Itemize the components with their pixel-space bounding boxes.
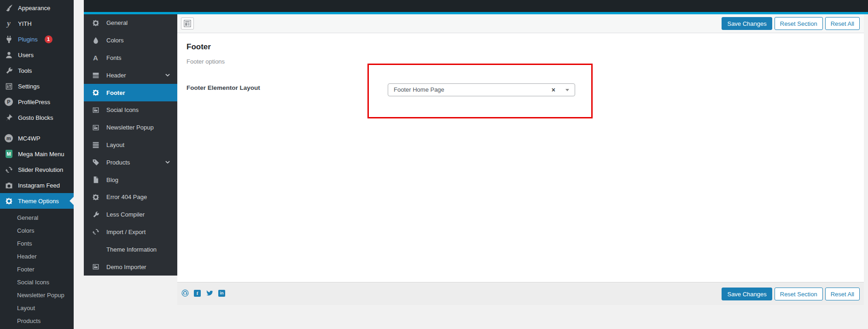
options-menu-label: Theme Information (106, 246, 157, 253)
sidebar-item-label: Plugins (18, 36, 38, 43)
chevron-down-icon (164, 72, 171, 78)
gear-icon (92, 89, 99, 97)
submenu-item-products[interactable]: Products (0, 315, 74, 328)
options-menu-label: Demo Importer (106, 264, 146, 270)
options-menu-label: Import / Export (106, 229, 146, 235)
tag-icon (92, 159, 99, 166)
window-icon (92, 263, 99, 271)
sidebar-item-label: Gosto Blocks (18, 114, 53, 121)
facebook-icon[interactable]: f (194, 290, 201, 297)
reset-section-button[interactable]: Reset Section (775, 17, 823, 30)
options-menu-layout[interactable]: Layout (84, 136, 177, 154)
sidebar-item-users[interactable]: Users (0, 47, 74, 63)
submenu-item-general[interactable]: General (0, 212, 74, 224)
font-icon: A (92, 54, 99, 62)
selected-value: Footer Home Page (388, 84, 575, 96)
options-menu-header[interactable]: Header (84, 66, 177, 84)
sidebar-item-label: Users (18, 52, 34, 59)
sidebar-item-instagram-feed[interactable]: Instagram Feed (0, 177, 74, 193)
top-bar (84, 0, 868, 12)
wrench-icon (92, 211, 99, 218)
sidebar-item-mc4wp[interactable]: m MC4WP (0, 130, 74, 146)
options-menu-social-icons[interactable]: Social Icons (84, 101, 177, 119)
sidebar-item-settings[interactable]: Settings (0, 78, 74, 94)
options-menu-label: Less Compiler (106, 211, 145, 218)
sidebar-item-gosto-blocks[interactable]: Gosto Blocks (0, 110, 74, 125)
current-menu-arrow (70, 197, 74, 205)
submenu-item-fonts[interactable]: Fonts (0, 237, 74, 250)
sync-icon (92, 228, 99, 236)
sidebar-item-appearance[interactable]: Appearance (0, 0, 74, 16)
sidebar-item-profilepress[interactable]: P ProfilePress (0, 94, 74, 110)
sidebar-item-label: Settings (18, 83, 40, 90)
sidebar-item-yith[interactable]: y YITH (0, 16, 74, 31)
expand-options-button[interactable] (181, 18, 194, 29)
mc4wp-icon: m (4, 134, 13, 143)
submenu-item-social-icons[interactable]: Social Icons (0, 276, 74, 289)
sidebar-item-tools[interactable]: Tools (0, 63, 74, 78)
sidebar-item-label: ProfilePress (18, 99, 50, 106)
options-menu-colors[interactable]: Colors (84, 32, 177, 49)
submenu-item-header[interactable]: Header (0, 250, 74, 263)
sidebar-item-slider-revolution[interactable]: Slider Revolution (0, 162, 74, 177)
toolbar-buttons-bottom: Save Changes Reset Section Reset All (722, 288, 860, 300)
submenu-item-newsletter-popup[interactable]: Newsletter Popup (0, 289, 74, 302)
submenu-item-layout[interactable]: Layout (0, 302, 74, 315)
options-menu-general[interactable]: General (84, 14, 177, 32)
options-menu-footer[interactable]: Footer (84, 84, 177, 101)
toolbar-buttons-top: Save Changes Reset Section Reset All (722, 17, 860, 30)
submenu-item-footer[interactable]: Footer (0, 263, 74, 276)
options-menu-label: Header (106, 72, 126, 79)
options-menu-label: Products (106, 159, 130, 166)
options-menu-products[interactable]: Products (84, 153, 177, 171)
slider-revolution-icon (4, 165, 13, 174)
linkedin-icon[interactable]: in (218, 290, 225, 297)
options-menu-error-404[interactable]: Error 404 Page (84, 188, 177, 206)
options-menu-demo-importer[interactable]: Demo Importer (84, 258, 177, 276)
droplet-icon (92, 36, 99, 44)
reset-section-button[interactable]: Reset Section (775, 288, 823, 300)
sidebar-item-label: Appearance (18, 5, 50, 12)
options-menu-label: Colors (106, 37, 124, 44)
options-menu-label: Blog (106, 176, 118, 183)
sidebar-item-label: Theme Options (18, 198, 59, 205)
submenu-item-colors[interactable]: Colors (0, 224, 74, 237)
options-menu-less-compiler[interactable]: Less Compiler (84, 206, 177, 223)
window-icon (92, 106, 99, 114)
options-menu-newsletter-popup[interactable]: Newsletter Popup (84, 119, 177, 136)
wordpress-admin-page: Appearance y YITH Plugins 1 Users Tools … (0, 0, 868, 329)
options-menu-theme-information[interactable]: Theme Information (84, 241, 177, 258)
theme-options-submenu: General Colors Fonts Header Footer Socia… (0, 209, 74, 328)
options-menu-fonts[interactable]: A Fonts (84, 49, 177, 67)
content-toolbar: Save Changes Reset Section Reset All (177, 14, 864, 33)
sidebar-item-label: Instagram Feed (18, 182, 60, 189)
save-changes-button[interactable]: Save Changes (722, 17, 772, 30)
options-menu-label: Social Icons (106, 106, 139, 113)
gear-icon (92, 193, 99, 201)
page-title: Footer (186, 42, 211, 52)
options-content-panel: Save Changes Reset Section Reset All Foo… (177, 14, 864, 305)
footer-elementor-layout-select[interactable]: Footer Home Page × (388, 83, 575, 96)
window-icon (92, 123, 99, 131)
options-menu-label: Error 404 Page (106, 194, 147, 200)
options-menu-label: Layout (106, 141, 124, 148)
github-icon[interactable] (181, 289, 189, 297)
options-menu-label: Fonts (106, 54, 122, 61)
content-footer-bar: f in Save Changes Reset Section Reset Al… (177, 282, 864, 305)
twitter-icon[interactable] (206, 289, 213, 297)
sidebar-separator (0, 125, 74, 130)
yith-icon: y (4, 19, 13, 28)
clear-selection-icon[interactable]: × (552, 84, 555, 96)
reset-all-button[interactable]: Reset All (825, 288, 860, 300)
sidebar-item-theme-options[interactable]: Theme Options (0, 193, 74, 209)
update-count-badge: 1 (45, 35, 52, 43)
sidebar-item-mega-main-menu[interactable]: M Mega Main Menu (0, 146, 74, 162)
sidebar-item-label: Slider Revolution (18, 166, 63, 173)
options-menu-import-export[interactable]: Import / Export (84, 223, 177, 241)
dropdown-caret-icon[interactable] (565, 89, 569, 91)
footer-elementor-layout-label: Footer Elementor Layout (186, 84, 260, 91)
reset-all-button[interactable]: Reset All (825, 17, 860, 30)
options-menu-blog[interactable]: Blog (84, 171, 177, 188)
sidebar-item-plugins[interactable]: Plugins 1 (0, 31, 74, 47)
save-changes-button[interactable]: Save Changes (722, 288, 772, 300)
